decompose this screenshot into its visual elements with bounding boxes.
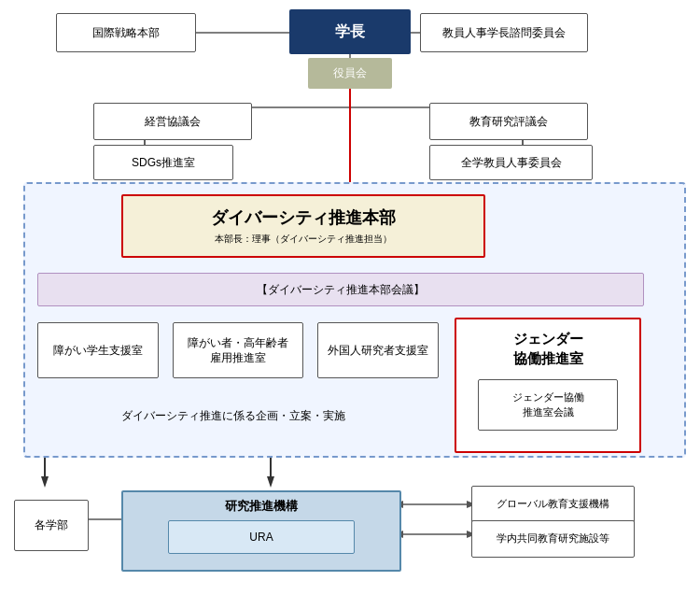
global-box: グローバル教育支援機構 (471, 486, 635, 523)
gender-box: ジェンダー 協働推進室 ジェンダー協働 推進室会議 (455, 318, 641, 453)
kyoiku-box: 教育研究評議会 (429, 103, 588, 140)
gakubu-box: 各学部 (14, 500, 89, 551)
shogaisha-box: 障がい者・高年齢者 雇用推進室 (173, 322, 303, 378)
yakuinkai-box: 役員会 (308, 58, 392, 89)
gaikoku-box: 外国人研究者支援室 (317, 322, 439, 378)
shogai-box: 障がい学生支援室 (37, 322, 159, 378)
sdgs-box: SDGs推進室 (93, 145, 233, 180)
keiei-box: 経営協議会 (93, 103, 252, 140)
gakucho-box: 学長 (289, 9, 411, 54)
gender-meeting-box: ジェンダー協働 推進室会議 (478, 379, 618, 431)
kenkyu-container: 研究推進機構 URA (121, 490, 401, 572)
org-chart: 学長 国際戦略本部 教員人事学長諮問委員会 役員会 経営協議会 教育研究評議会 … (0, 0, 700, 595)
kyoin-box: 教員人事学長諮問委員会 (420, 13, 588, 52)
planning-text: ダイバーシティ推進に係る企画・立案・実施 (37, 402, 429, 430)
kokusai-box: 国際戦略本部 (56, 13, 196, 52)
ura-box: URA (168, 520, 355, 554)
zengaku-box: 全学教員人事委員会 (429, 145, 593, 180)
svg-marker-26 (267, 476, 274, 488)
gakuuchi-box: 学内共同教育研究施設等 (471, 520, 635, 558)
diversity-main-box: ダイバーシティ推進本部 本部長：理事（ダイバーシティ推進担当） (121, 194, 485, 258)
svg-marker-29 (41, 476, 49, 488)
diversity-meeting-box: 【ダイバーシティ推進本部会議】 (37, 273, 644, 306)
